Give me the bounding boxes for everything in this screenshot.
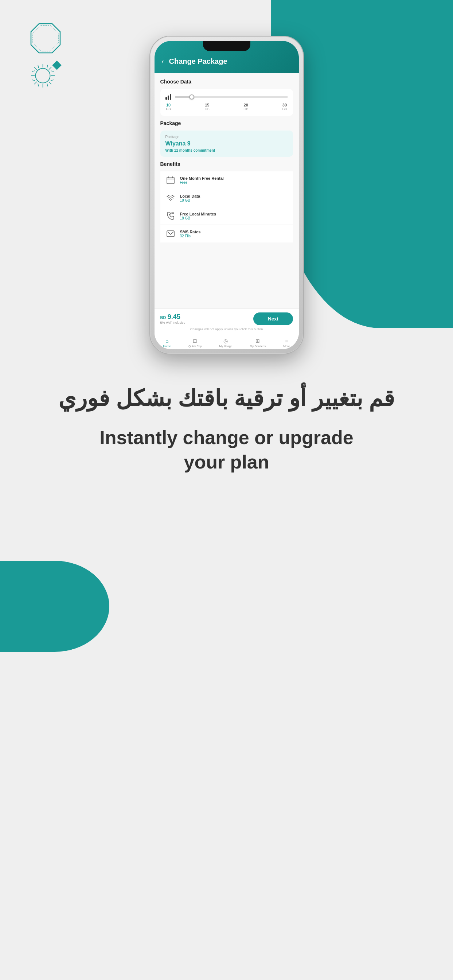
gb-label-10: 10 GB (166, 103, 171, 111)
benefit-item-sms: SMS Rates 32 Fils (161, 225, 293, 242)
svg-rect-26 (167, 231, 174, 237)
arabic-heading: قم بتغيير أو ترقية باقتك بشكل فوري (58, 383, 395, 415)
header-title: Change Package (169, 57, 227, 65)
data-slider-section: 10 GB 15 GB 20 GB (161, 89, 293, 116)
page-wrapper: ‹ Change Package Choose Data (0, 0, 453, 980)
price-amount: 9.45 (168, 313, 180, 320)
benefit-item-minutes: Free Local Minutes 18 GB (161, 207, 293, 225)
benefit-info-minutes: Free Local Minutes 18 GB (180, 212, 216, 220)
benefit-item-rental: One Month Free Rental Free (161, 171, 293, 189)
phone-icon (165, 211, 176, 221)
slider-container (165, 94, 288, 100)
package-name: Wiyana 9 (165, 140, 288, 147)
phone-outer: ‹ Change Package Choose Data (150, 37, 303, 354)
benefit-info-rental: One Month Free Rental Free (180, 176, 224, 185)
benefit-name-sms: SMS Rates (180, 230, 201, 234)
choose-data-title: Choose Data (161, 79, 293, 84)
benefit-name-data: Local Data (180, 194, 200, 198)
usage-icon: ◷ (223, 338, 228, 344)
signal-bars-icon (165, 94, 171, 100)
benefit-name-minutes: Free Local Minutes (180, 212, 216, 216)
next-button[interactable]: Next (253, 312, 292, 325)
nav-label-home: Home (163, 345, 171, 348)
nav-label-quickpay: Quick Pay (188, 345, 202, 348)
services-icon: ⊞ (256, 338, 260, 344)
benefit-value-sms: 32 Fils (180, 234, 201, 238)
sms-icon (165, 229, 176, 239)
benefit-name-rental: One Month Free Rental (180, 176, 224, 180)
app-bottom: BD 9.45 5% VAT Inclusive Next Changes wi… (154, 309, 299, 335)
benefits-title: Benefits (161, 161, 293, 167)
app-nav: ⌂ Home ⊡ Quick Pay ◷ My Usage ⊞ My Servi… (154, 335, 299, 349)
price-next-row: BD 9.45 5% VAT Inclusive Next (161, 312, 293, 325)
back-arrow-icon[interactable]: ‹ (162, 57, 164, 65)
currency-label: BD (161, 315, 166, 320)
wifi-icon (165, 193, 176, 203)
price-block: BD 9.45 5% VAT Inclusive (161, 313, 186, 325)
benefit-value-rental: Free (180, 180, 224, 185)
package-card-label: Package (165, 135, 288, 139)
benefit-item-data: Local Data 18 GB (161, 189, 293, 207)
benefit-value-data: 18 GB (180, 198, 200, 202)
svg-rect-19 (167, 177, 174, 184)
phone-section: ‹ Change Package Choose Data (0, 37, 453, 354)
nav-label-myusage: My Usage (219, 345, 232, 348)
nav-item-more[interactable]: ≡ More (283, 338, 290, 348)
benefit-info-data: Local Data 18 GB (180, 194, 200, 202)
gb-label-15: 15 GB (205, 103, 210, 111)
package-commitment: With 12 months commitment (165, 148, 288, 153)
nav-item-myusage[interactable]: ◷ My Usage (219, 338, 232, 348)
nav-label-myservices: My Services (250, 345, 266, 348)
slider-thumb (189, 94, 194, 100)
english-line-2: your plan (184, 451, 269, 473)
nav-item-quickpay[interactable]: ⊡ Quick Pay (188, 338, 202, 348)
package-title: Package (161, 120, 293, 126)
phone-notch (203, 41, 250, 51)
gb-labels: 10 GB 15 GB 20 GB (165, 103, 288, 111)
gb-label-30: 30 GB (282, 103, 287, 111)
benefits-section: Benefits One Mo (161, 161, 293, 242)
quickpay-icon: ⊡ (193, 338, 197, 344)
svg-point-23 (170, 200, 171, 202)
calendar-icon (165, 175, 176, 185)
benefit-value-minutes: 18 GB (180, 216, 216, 220)
vat-label: 5% VAT Inclusive (161, 321, 186, 325)
slider-track[interactable] (175, 96, 288, 98)
home-icon: ⌂ (165, 338, 168, 344)
phone-inner: ‹ Change Package Choose Data (154, 41, 299, 349)
gb-label-20: 20 GB (243, 103, 248, 111)
package-section: Package Package Wiyana 9 With 12 months … (161, 120, 293, 157)
more-icon: ≡ (285, 338, 288, 344)
teal-bg-bottom-left (0, 561, 109, 652)
disclaimer-text: Changes will not apply unless you click … (161, 328, 293, 331)
english-heading: Instantly change or upgrade your plan (58, 425, 395, 475)
package-card[interactable]: Package Wiyana 9 With 12 months commitme… (161, 130, 293, 157)
nav-label-more: More (283, 345, 290, 348)
benefit-info-sms: SMS Rates 32 Fils (180, 230, 201, 238)
text-section: قم بتغيير أو ترقية باقتك بشكل فوري Insta… (22, 354, 431, 511)
nav-item-myservices[interactable]: ⊞ My Services (250, 338, 266, 348)
app-content: Choose Data (154, 73, 299, 309)
nav-item-home[interactable]: ⌂ Home (163, 338, 171, 348)
english-line-1: Instantly change or upgrade (100, 427, 353, 448)
